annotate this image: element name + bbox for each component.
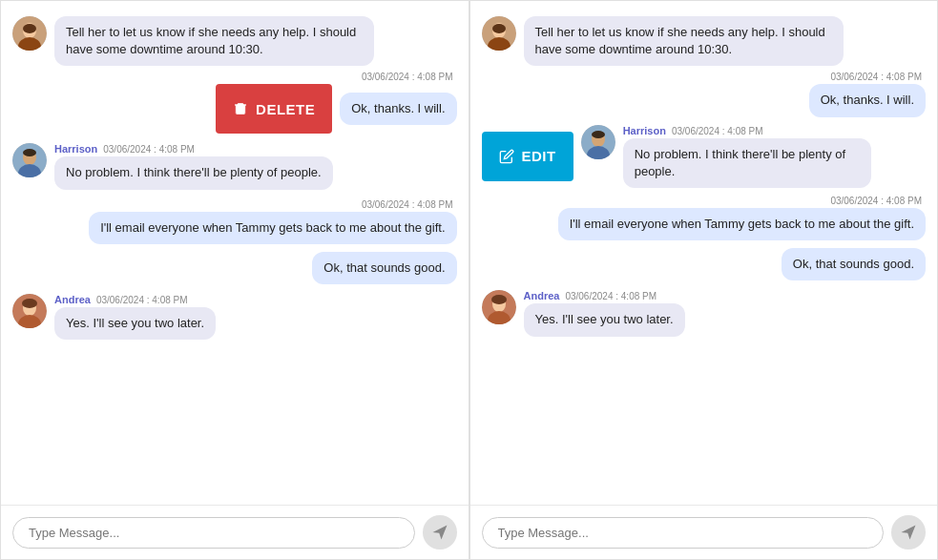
sender-name: Andrea bbox=[54, 294, 91, 305]
send-button-right[interactable] bbox=[891, 515, 926, 550]
edit-button[interactable]: EDIT bbox=[482, 132, 573, 181]
svg-point-3 bbox=[23, 24, 36, 33]
avatar bbox=[581, 125, 615, 159]
message-input-left[interactable] bbox=[12, 517, 415, 549]
bubble-outgoing: Ok, thanks. I will. bbox=[340, 93, 456, 125]
send-icon bbox=[900, 524, 917, 541]
bubble: No problem. I think there'll be plenty o… bbox=[54, 156, 333, 189]
pencil-icon bbox=[499, 149, 514, 164]
bubble-outgoing: I'll email everyone when Tammy gets back… bbox=[89, 212, 456, 244]
message-row-with-action: EDIT Harrison 03/06/20 bbox=[482, 125, 927, 188]
chat-panel-right: Tell her to let us know if she needs any… bbox=[469, 0, 939, 560]
sender-name: Andrea bbox=[524, 290, 560, 301]
message-row: Tell her to let us know if she needs any… bbox=[12, 16, 457, 66]
message-row-outgoing: 03/06/2024 : 4:08 PM I'll email everyone… bbox=[12, 199, 457, 244]
sender-info: Andrea 03/06/2024 : 4:08 PM bbox=[54, 294, 216, 305]
sender-name: Harrison bbox=[54, 143, 97, 155]
message-row: Andrea 03/06/2024 : 4:08 PM Yes. I'll se… bbox=[482, 290, 927, 336]
message-timestamp: 03/06/2024 : 4:08 PM bbox=[96, 295, 188, 305]
message-row: Andrea 03/06/2024 : 4:08 PM Yes. I'll se… bbox=[12, 294, 457, 340]
avatar bbox=[12, 294, 47, 328]
bubble: No problem. I think there'll be plenty o… bbox=[623, 138, 871, 188]
input-area-left bbox=[1, 505, 469, 559]
message-row-outgoing: Ok, that sounds good. bbox=[12, 252, 457, 284]
avatar bbox=[12, 16, 47, 51]
message-content: Harrison 03/06/2024 : 4:08 PM No problem… bbox=[54, 143, 333, 189]
delete-label: DELETE bbox=[256, 101, 315, 117]
message-timestamp: 03/06/2024 : 4:08 PM bbox=[565, 291, 657, 301]
bubble-outgoing: Ok, that sounds good. bbox=[782, 248, 926, 280]
trash-icon bbox=[233, 101, 248, 116]
message-row-outgoing: 03/06/2024 : 4:08 PM DELETE Ok, bbox=[12, 72, 457, 135]
sender-info: Harrison 03/06/2024 : 4:08 PM bbox=[623, 125, 871, 136]
timestamp: 03/06/2024 : 4:08 PM bbox=[482, 196, 923, 206]
message-row-outgoing: Ok, that sounds good. bbox=[482, 248, 927, 280]
message-row: Harrison 03/06/2024 : 4:08 PM No problem… bbox=[12, 143, 457, 189]
messages-area-right: Tell her to let us know if she needs any… bbox=[470, 1, 938, 505]
bubble-outgoing: Ok, thanks. I will. bbox=[809, 84, 926, 116]
message-content: Tell her to let us know if she needs any… bbox=[54, 16, 374, 66]
message-content: Harrison 03/06/2024 : 4:08 PM No problem… bbox=[623, 125, 871, 188]
message-with-action: DELETE Ok, thanks. I will. bbox=[12, 84, 457, 134]
svg-point-26 bbox=[491, 295, 507, 304]
bubble: Yes. I'll see you two later. bbox=[524, 303, 685, 336]
sender-name: Harrison bbox=[623, 125, 666, 136]
avatar bbox=[12, 143, 47, 177]
message-row: Tell her to let us know if she needs any… bbox=[482, 16, 927, 66]
bubble: Yes. I'll see you two later. bbox=[54, 307, 216, 340]
message-content: Tell her to let us know if she needs any… bbox=[524, 16, 844, 66]
message-row-outgoing: 03/06/2024 : 4:08 PM Ok, thanks. I will. bbox=[482, 72, 927, 116]
timestamp: 03/06/2024 : 4:08 PM bbox=[12, 199, 453, 210]
avatar bbox=[482, 290, 516, 324]
message-content: Andrea 03/06/2024 : 4:08 PM Yes. I'll se… bbox=[524, 290, 685, 336]
messages-area-left: Tell her to let us know if she needs any… bbox=[1, 1, 469, 505]
message-timestamp: 03/06/2024 : 4:08 PM bbox=[672, 126, 763, 136]
svg-point-14 bbox=[22, 299, 37, 308]
svg-point-22 bbox=[592, 131, 605, 138]
message-content: Andrea 03/06/2024 : 4:08 PM Yes. I'll se… bbox=[54, 294, 216, 340]
timestamp: 03/06/2024 : 4:08 PM bbox=[12, 72, 453, 82]
message-timestamp: 03/06/2024 : 4:08 PM bbox=[103, 144, 195, 155]
chat-panel-left: Tell her to let us know if she needs any… bbox=[0, 0, 469, 560]
send-icon bbox=[431, 524, 448, 541]
app-wrapper: Tell her to let us know if she needs any… bbox=[0, 0, 938, 560]
message-row-outgoing: 03/06/2024 : 4:08 PM I'll email everyone… bbox=[482, 196, 927, 240]
sender-info: Andrea 03/06/2024 : 4:08 PM bbox=[524, 290, 685, 301]
sender-info: Harrison 03/06/2024 : 4:08 PM bbox=[54, 143, 333, 155]
svg-point-10 bbox=[23, 149, 36, 156]
delete-button[interactable]: DELETE bbox=[216, 84, 332, 134]
bubble: Tell her to let us know if she needs any… bbox=[54, 16, 374, 66]
message-row: Harrison 03/06/2024 : 4:08 PM No problem… bbox=[581, 125, 926, 188]
edit-label: EDIT bbox=[522, 148, 556, 164]
timestamp: 03/06/2024 : 4:08 PM bbox=[482, 72, 923, 82]
bubble-outgoing: I'll email everyone when Tammy gets back… bbox=[558, 208, 926, 240]
message-input-right[interactable] bbox=[482, 517, 885, 549]
send-button-left[interactable] bbox=[423, 515, 457, 550]
input-area-right bbox=[470, 505, 938, 559]
avatar bbox=[482, 16, 516, 51]
bubble-outgoing: Ok, that sounds good. bbox=[312, 252, 456, 284]
svg-point-18 bbox=[492, 24, 506, 33]
bubble: Tell her to let us know if she needs any… bbox=[524, 16, 844, 66]
